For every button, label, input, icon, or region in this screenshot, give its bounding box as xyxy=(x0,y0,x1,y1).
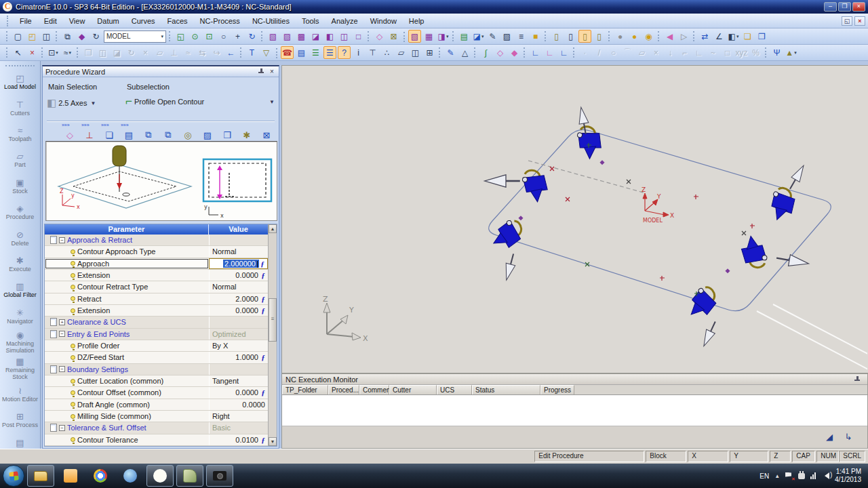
volume-icon[interactable] xyxy=(821,472,829,479)
pan-icon[interactable]: + xyxy=(231,30,244,43)
text-attr-icon[interactable]: T xyxy=(245,46,258,59)
filter-funnel-icon[interactable]: ▽ xyxy=(260,46,273,59)
main-selection-combo[interactable]: ◧ 2.5 Axes ▼ xyxy=(47,95,123,111)
language-indicator[interactable]: EN xyxy=(760,472,769,480)
page-flip-icon[interactable]: ▱ xyxy=(395,46,408,59)
graphics-viewport[interactable]: Z Y X MODEL Z Y X xyxy=(281,65,868,373)
shaded-edges-cube-icon[interactable]: ▨ xyxy=(281,30,294,43)
texture-view-icon[interactable]: ▦ xyxy=(422,30,435,43)
zoom-selected-icon[interactable]: ⊙ xyxy=(189,30,201,43)
file-type-combo[interactable]: MODEL xyxy=(104,30,166,43)
transform-icon[interactable]: ↪ xyxy=(210,46,223,59)
param-row[interactable]: Contour Tolerance 0.0100 ƒ xyxy=(45,434,268,446)
taskbar-cimatron-app[interactable] xyxy=(146,465,174,487)
menu-item[interactable]: File xyxy=(14,16,38,26)
param-value[interactable]: Normal xyxy=(211,283,237,291)
param-value[interactable]: 2.0000 xyxy=(234,295,260,303)
taskbar-media-player-app[interactable] xyxy=(117,465,144,487)
param-row[interactable]: Profile Order By X ƒ xyxy=(45,340,268,352)
expand-toggle-icon[interactable] xyxy=(59,331,65,337)
parameters-step-icon[interactable]: ▤ xyxy=(122,129,136,141)
sidebar-item-toolpath[interactable]: ≈ Toolpath xyxy=(0,121,40,147)
param-row[interactable]: Draft Angle (common) 0.0000 ƒ xyxy=(45,399,268,411)
param-row[interactable]: Boundary Settings ƒ xyxy=(45,364,268,375)
signal-icon[interactable] xyxy=(810,472,816,479)
zoom-fit-icon[interactable]: ◱ xyxy=(174,30,187,43)
param-value[interactable]: Normal xyxy=(211,247,237,256)
function-icon[interactable]: ƒ xyxy=(260,436,267,444)
sidebar-item-procedure[interactable]: ◈ Procedure xyxy=(0,199,40,225)
sidebar-item-load-model[interactable]: ◰ Load Model xyxy=(0,69,40,95)
project-tool-icon[interactable]: ↓ xyxy=(664,46,677,59)
param-value[interactable]: 0.0000 xyxy=(234,306,260,314)
save-execute-icon[interactable]: ❒ xyxy=(220,129,234,141)
box-view-cube-icon[interactable]: □ xyxy=(352,30,365,43)
maximize-button[interactable]: ❐ xyxy=(838,2,851,12)
send-post-icon[interactable]: ↳ xyxy=(842,430,855,443)
active-view-cube-icon[interactable]: ▧ xyxy=(408,30,421,43)
color-table-icon[interactable]: ▤ xyxy=(458,30,471,43)
pin-note-icon[interactable]: ⊤ xyxy=(366,46,379,59)
point-tool-icon[interactable]: · xyxy=(578,46,591,59)
intersect-tool-icon[interactable]: × xyxy=(650,46,663,59)
quick-view-cube-icon[interactable]: ◫ xyxy=(338,30,351,43)
param-row[interactable]: Contour Retract Type Normal ƒ xyxy=(45,281,268,293)
pick-chain-icon[interactable]: ≈ xyxy=(61,46,74,59)
machine-step-icon[interactable]: ❏ xyxy=(102,129,116,141)
transparent-cube-icon[interactable]: ◧ xyxy=(323,30,336,43)
menu-item[interactable]: Help xyxy=(403,16,431,26)
closed-loop-icon[interactable]: ◆ xyxy=(508,46,521,59)
function-icon[interactable]: ƒ xyxy=(260,306,267,314)
shaded-display-icon[interactable]: ◆ xyxy=(75,30,88,43)
mirror-icon[interactable]: ◫ xyxy=(96,46,109,59)
procedure-list-icon[interactable]: ☰ xyxy=(323,46,336,59)
param-row[interactable]: Extension 0.0000 ƒ xyxy=(45,305,268,317)
axes-scale-icon[interactable]: ∟ xyxy=(557,46,570,59)
sidebar-item-stock[interactable]: ▣ Stock xyxy=(0,174,40,199)
axes-rotate-icon[interactable]: ∟ xyxy=(543,46,556,59)
menu-item[interactable]: Edit xyxy=(38,16,63,26)
clip-lock-icon[interactable]: ⊠ xyxy=(387,30,400,43)
table-scrollbar[interactable]: ▲ ≡ ▼ xyxy=(268,224,277,446)
monitor-column-header[interactable]: UCS xyxy=(437,385,472,394)
rotate-view-icon[interactable]: ↻ xyxy=(245,30,258,43)
open-file-icon[interactable]: ◰ xyxy=(26,30,39,43)
zoom-icon[interactable]: ○ xyxy=(217,30,230,43)
line-tool-icon[interactable]: / xyxy=(593,46,606,59)
toolpath-tools-icon[interactable]: ◢ xyxy=(823,430,836,443)
param-value[interactable]: Right xyxy=(211,412,231,420)
pick-box-icon[interactable]: ⊡ xyxy=(47,46,60,59)
menu-item[interactable]: NC-Utilities xyxy=(246,16,296,26)
function-icon[interactable]: ƒ xyxy=(260,388,267,396)
monitor-titlebar[interactable]: NC Execution Monitor xyxy=(282,374,867,385)
pencil-icon[interactable]: ✎ xyxy=(486,30,499,43)
marker-flag-1-icon[interactable]: ▯ xyxy=(550,30,563,43)
material-cube-icon[interactable]: ■ xyxy=(529,30,542,43)
wireframe-cube-icon[interactable]: ▩ xyxy=(295,30,308,43)
subselection-combo[interactable]: ⌐ Profile Open Contour ▼ xyxy=(125,94,276,110)
sidebar-item-execute[interactable]: ✱ Execute xyxy=(0,251,40,277)
param-value[interactable]: 0.0000 xyxy=(241,401,267,409)
shear-icon[interactable]: ▱ xyxy=(153,46,166,59)
param-value[interactable]: 0.0000 xyxy=(234,271,260,279)
anchor-icon[interactable]: ⊥ xyxy=(167,46,180,59)
param-row[interactable]: Retract 2.0000 ƒ xyxy=(45,293,268,305)
scrollbar-thumb[interactable]: ≡ xyxy=(269,298,277,342)
light-off-icon[interactable]: ● xyxy=(614,30,627,43)
clock[interactable]: 1:41 PM 4/1/2013 xyxy=(835,468,861,484)
regen-icon[interactable]: ↻ xyxy=(90,30,102,43)
delete-entity-icon[interactable]: × xyxy=(139,46,152,59)
whats-this-icon[interactable]: ? xyxy=(338,46,351,59)
scroll-up-icon[interactable]: ▲ xyxy=(269,224,277,233)
hidden-line-cube-icon[interactable]: ◪ xyxy=(309,30,322,43)
monitor-column-header[interactable]: Status xyxy=(472,385,540,394)
edges-options-icon[interactable]: ◇ xyxy=(373,30,386,43)
param-value[interactable]: By X xyxy=(211,342,229,350)
measure-icon[interactable]: ∠ xyxy=(713,30,726,43)
close-button[interactable]: × xyxy=(852,2,865,12)
light-pick-icon[interactable]: ◉ xyxy=(642,30,655,43)
sidebar-item-cutters[interactable]: ⊤ Cutters xyxy=(0,95,40,121)
menu-item[interactable]: Window xyxy=(364,16,403,26)
chevron-down-icon[interactable]: ▼ xyxy=(89,98,97,108)
exit-wizard-icon[interactable]: ⊠ xyxy=(260,129,273,141)
